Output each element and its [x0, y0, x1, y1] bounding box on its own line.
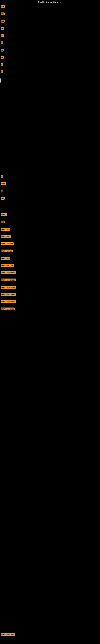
badge-b6: E: [0, 42, 3, 44]
badge-b21: Bottlenec: [0, 257, 10, 260]
site-title: TheBottlenecker.com: [38, 1, 62, 4]
badge-b5: B: [0, 34, 3, 37]
badge-b8: B: [0, 56, 3, 59]
badge-b17: Bottlenec: [0, 228, 10, 231]
badge-b28: Bottleneck res: [0, 308, 15, 310]
badge-b22: Bottleneck re: [0, 264, 14, 267]
badge-b9: E: [0, 63, 3, 66]
badge-b15: Bottle: [0, 213, 7, 216]
badge-b27: Bottleneck resul: [0, 300, 16, 303]
badge-b23: Bottleneck resu: [0, 271, 16, 274]
badge-b1: Bo: [0, 5, 4, 8]
badge-b26: Bottleneck resu: [0, 293, 16, 296]
badge-b18: Bottleneck: [0, 235, 11, 238]
badge-b13: E: [0, 190, 3, 192]
badge-b14: Bc: [0, 197, 4, 200]
badge-b29: Bottleneck res: [0, 633, 15, 636]
line-marker-10: [0, 78, 0, 82]
badge-b24: Bottleneck resu: [0, 278, 16, 281]
badge-b20: Bottleneck r: [0, 250, 13, 252]
badge-b16: B4: [0, 220, 4, 224]
badge-b19: Bottleneck re: [0, 242, 14, 245]
badge-b12: Bottl: [0, 182, 6, 185]
badge-b10: E: [0, 70, 3, 73]
badge-b7: B: [0, 49, 3, 52]
badge-b3: B4: [0, 20, 4, 22]
badge-b4: B: [0, 27, 3, 30]
badge-b25: Bottleneck resu: [0, 286, 16, 288]
badge-b2: Bc: [0, 12, 4, 15]
badge-b11: E: [0, 175, 3, 178]
